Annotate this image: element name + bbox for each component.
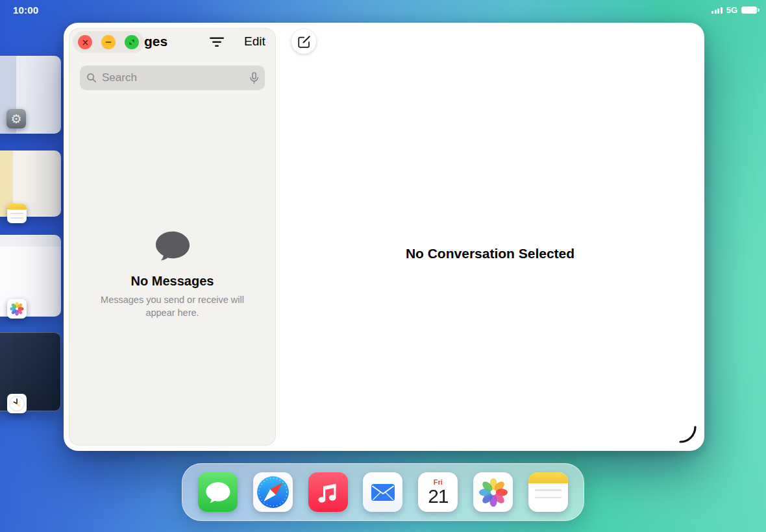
no-conversation-label: No Conversation Selected — [276, 246, 704, 261]
window-resize-handle[interactable] — [678, 425, 697, 443]
dock-music-icon[interactable] — [308, 472, 348, 512]
square-and-pencil-icon — [297, 35, 311, 49]
music-note-icon — [308, 472, 348, 512]
messages-bubble-icon — [205, 481, 231, 504]
dock: Fri 21 — [182, 463, 584, 521]
clock-face-icon — [8, 395, 25, 412]
search-field[interactable] — [80, 66, 265, 90]
window-controls — [73, 31, 144, 53]
photos-app-icon[interactable] — [7, 299, 27, 319]
battery-icon — [741, 6, 757, 14]
photos-flower-icon — [477, 476, 510, 509]
status-indicators: 5G — [711, 5, 757, 15]
compose-button[interactable] — [291, 29, 316, 54]
dock-photos-icon[interactable] — [473, 472, 513, 512]
edit-button[interactable]: Edit — [244, 34, 266, 49]
notes-icon-strip — [528, 472, 568, 483]
messages-window: No Messages Messages you send or receive… — [64, 23, 704, 451]
settings-gear-icon[interactable]: ⚙ — [6, 109, 26, 128]
notes-app-icon[interactable] — [7, 204, 27, 223]
notes-icon-strip — [7, 204, 27, 210]
dock-notes-icon[interactable] — [528, 472, 568, 512]
chat-bubble-icon — [154, 230, 191, 265]
dock-mail-icon[interactable] — [363, 472, 402, 512]
zoom-button[interactable] — [125, 35, 139, 49]
minimize-button[interactable] — [101, 35, 116, 49]
mic-icon[interactable] — [250, 72, 258, 87]
status-time: 10:00 — [13, 5, 38, 16]
dock-messages-icon[interactable] — [198, 472, 238, 512]
notes-icon-line — [535, 489, 562, 491]
gear-icon: ⚙ — [10, 113, 21, 125]
notes-icon-line — [535, 497, 562, 499]
sidebar-empty-state: No Messages Messages you send or receive… — [69, 230, 275, 319]
filter-lines-icon — [209, 37, 225, 47]
notes-icon-line — [10, 213, 23, 214]
empty-state-description: Messages you send or receive will appear… — [95, 294, 250, 319]
close-button[interactable] — [78, 35, 92, 49]
photos-flower-icon — [9, 301, 25, 317]
search-input[interactable] — [101, 66, 244, 90]
network-type: 5G — [726, 5, 737, 15]
dock-safari-icon[interactable] — [253, 472, 293, 512]
search-icon — [86, 73, 97, 86]
filter-button[interactable] — [209, 37, 225, 49]
wallpaper: 10:00 5G ⚙ — [0, 0, 766, 532]
mail-envelope-icon — [371, 483, 395, 502]
dock-calendar-icon[interactable]: Fri 21 — [418, 472, 458, 512]
window-title: ges — [144, 34, 167, 49]
calendar-day: 21 — [428, 486, 448, 507]
clock-app-icon[interactable] — [7, 394, 27, 413]
conversation-sidebar: No Messages Messages you send or receive… — [69, 28, 276, 446]
signal-strength-icon — [711, 6, 723, 14]
empty-state-title: No Messages — [131, 274, 214, 289]
status-bar: 10:00 5G — [0, 0, 766, 19]
safari-compass-icon — [253, 472, 293, 512]
notes-icon-line — [10, 217, 23, 219]
